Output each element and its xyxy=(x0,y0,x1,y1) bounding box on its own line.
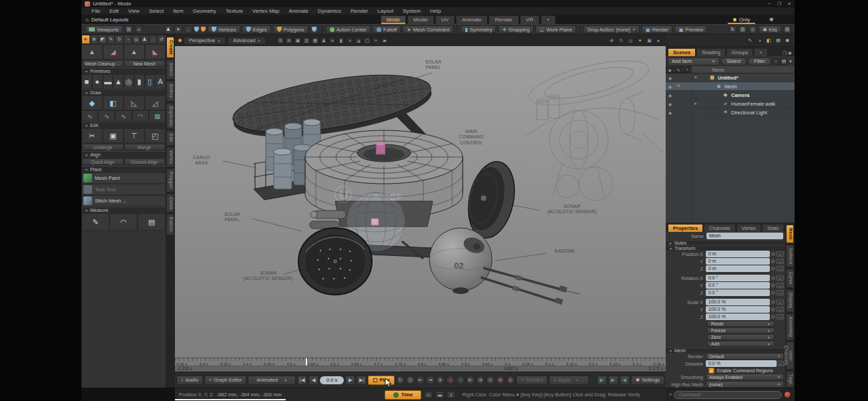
new-mesh-button[interactable]: New Mesh xyxy=(124,60,166,67)
transport-icon-button[interactable]: ⇇ xyxy=(466,376,475,384)
viewport-option-icon[interactable]: ≍ xyxy=(329,37,336,44)
curve-tool[interactable]: ∿ xyxy=(81,110,98,122)
toolbox-vertical-tab[interactable]: Fusion xyxy=(166,214,174,235)
lasso-icon[interactable]: ◌ xyxy=(184,25,192,33)
select-arrow-icon[interactable]: ➤ xyxy=(174,25,182,33)
envelope-icon[interactable]: ↔ xyxy=(777,299,784,305)
layout-split-icon[interactable]: ▥ xyxy=(125,25,133,33)
merge-button[interactable]: Merge xyxy=(124,144,166,150)
time-button[interactable]: ◷ Time xyxy=(385,390,421,400)
item-edit-pen-icon[interactable]: ✎ xyxy=(674,110,683,115)
monitor-icon[interactable]: ▥ xyxy=(738,25,746,33)
expander-icon[interactable]: · xyxy=(692,93,699,97)
transform-action-button[interactable]: Reset▼ xyxy=(707,321,775,327)
animated-dropdown[interactable]: Animated▼ xyxy=(248,376,296,385)
toolbox-vertical-tab[interactable]: Curve xyxy=(166,194,174,213)
settings-button[interactable]: ✱Settings xyxy=(631,376,664,385)
command-record-icon[interactable] xyxy=(784,391,791,398)
measure-tool[interactable]: ◠ xyxy=(110,213,138,231)
curve-tool[interactable]: ◠ xyxy=(132,110,149,122)
transform-action-button[interactable]: Zero▼ xyxy=(707,334,775,340)
transport-icon-button[interactable]: ⇥ xyxy=(426,376,435,384)
transform-value-field[interactable]: 100.0 % xyxy=(706,306,770,313)
toolbox-strip-icon[interactable]: ↻ xyxy=(115,35,124,44)
drop-action-dropdown[interactable]: Drop Action: [none]▼ xyxy=(584,25,640,33)
transform-action-button[interactable]: Freeze▼ xyxy=(707,327,775,333)
transform-value-field[interactable]: 100.0 % xyxy=(706,299,770,305)
snapping-button[interactable]: ✛Snapping xyxy=(498,25,533,33)
primitive-tool[interactable]: ▮ xyxy=(134,74,145,89)
collapse-icon[interactable]: − xyxy=(773,58,779,65)
place-tool-row[interactable]: Tack Tool xyxy=(81,184,166,195)
channel-dot-icon[interactable] xyxy=(771,267,775,271)
channel-dot-icon[interactable] xyxy=(771,283,775,287)
render-dropdown[interactable]: Default▼ xyxy=(706,353,784,360)
edit-tool[interactable]: ◰ xyxy=(145,128,166,143)
expander-icon[interactable]: · xyxy=(692,84,699,88)
command-input[interactable] xyxy=(674,391,782,399)
camera-view-dropdown[interactable]: Perspective▼ xyxy=(184,37,226,45)
transform-value-field[interactable]: 0.0 ° xyxy=(706,282,770,289)
primitive-tool[interactable]: ▯ xyxy=(145,74,156,89)
envelope-icon[interactable]: ↔ xyxy=(777,290,784,295)
viewport-option-icon[interactable]: ▦ xyxy=(311,37,318,44)
quick-tool-icon[interactable]: ◢ xyxy=(103,44,124,59)
auto-mode-icon[interactable] xyxy=(201,27,206,32)
draw-tool[interactable]: ◆ xyxy=(81,96,103,110)
transport-icon-button[interactable]: ◔ xyxy=(456,376,465,384)
render-button[interactable]: ▣Render xyxy=(642,25,673,33)
menu-item[interactable]: View xyxy=(124,8,144,14)
display-icon[interactable]: ▭ xyxy=(424,391,433,398)
measure-tool[interactable]: ▤ xyxy=(138,213,166,231)
draw-section-header[interactable]: ▼Draw xyxy=(81,89,166,96)
toolbox-vertical-tab[interactable]: Edit xyxy=(166,130,174,145)
channel-dot-icon[interactable] xyxy=(771,259,775,263)
items-mode-icon[interactable] xyxy=(194,27,199,32)
bucket-icon[interactable]: ◧ xyxy=(765,37,773,44)
menu-item[interactable]: Geometry xyxy=(188,8,221,14)
edit-tool[interactable]: ▣ xyxy=(103,128,124,143)
toolbox-strip-icon[interactable]: ◌ xyxy=(149,35,158,44)
quick-tool-icon[interactable]: ◣ xyxy=(145,44,166,59)
close-button[interactable]: ✕ xyxy=(787,1,791,7)
viewports-button[interactable]: Viewports xyxy=(85,25,123,33)
toolbox-strip-icon[interactable]: ↺ xyxy=(157,35,166,44)
current-time-field[interactable]: 0.0 s xyxy=(320,376,344,384)
visibility-eye-icon[interactable]: ◉ xyxy=(666,102,674,106)
paint-icon[interactable]: ✎ xyxy=(746,37,754,44)
toolbox-strip-icon[interactable]: ⊕ xyxy=(90,35,99,44)
item-edit-pen-icon[interactable]: ✎ xyxy=(674,101,683,106)
transport-icon-button[interactable]: ⊖ xyxy=(486,376,495,384)
dissolve-envelope-icon[interactable]: ↔ xyxy=(777,361,784,366)
toolbox-vertical-tab[interactable]: Create xyxy=(166,37,174,58)
item-row[interactable]: ◉ ✎ · ◉ Mesh xyxy=(666,82,795,91)
playback-green-button[interactable]: ▶ xyxy=(597,376,607,385)
properties-vertical-tab[interactable]: Surface xyxy=(786,245,794,268)
prev-frame-button[interactable]: ◀ xyxy=(308,376,318,385)
menu-item[interactable]: Animate xyxy=(284,8,313,14)
visibility-eye-icon[interactable]: ◉ xyxy=(666,110,674,115)
item-list-tab[interactable]: Shading xyxy=(696,48,726,56)
envelope-icon[interactable]: ↔ xyxy=(777,283,784,288)
toolbox-strip-icon[interactable]: ◎ xyxy=(132,35,141,44)
item-list-tab[interactable]: + xyxy=(754,48,767,56)
expander-icon[interactable]: · xyxy=(692,110,699,114)
layout-stack-icon[interactable]: ≡ xyxy=(135,25,143,33)
properties-tab[interactable]: Stats xyxy=(762,224,784,232)
envelope-icon[interactable]: ↔ xyxy=(777,259,784,264)
discard-button[interactable]: ✕Discard xyxy=(516,376,548,385)
dissolve-field[interactable]: 0.0 % xyxy=(706,360,777,367)
viewport-canvas[interactable]: 02 U SF xyxy=(175,46,666,358)
viewport-option-icon[interactable]: ▰ xyxy=(381,37,388,44)
high-res-dropdown[interactable]: (none)▼ xyxy=(706,381,784,388)
transform-section-header[interactable]: ▼Transform xyxy=(666,245,785,251)
channel-dot-icon[interactable] xyxy=(771,252,775,256)
primitive-tool[interactable]: ● xyxy=(92,74,103,89)
menu-item[interactable]: Vertex Map xyxy=(248,8,284,14)
polygons-mode-button[interactable]: Polygons xyxy=(273,25,308,33)
properties-vertical-tab[interactable]: Mesh xyxy=(786,225,794,243)
layout-tab[interactable]: Animate xyxy=(456,15,487,24)
quick-tool-icon[interactable]: ▲ xyxy=(81,44,103,59)
properties-vertical-tab[interactable]: Curve xyxy=(786,269,794,288)
panel-popout-icon[interactable]: ❐ ✱ xyxy=(783,51,795,56)
